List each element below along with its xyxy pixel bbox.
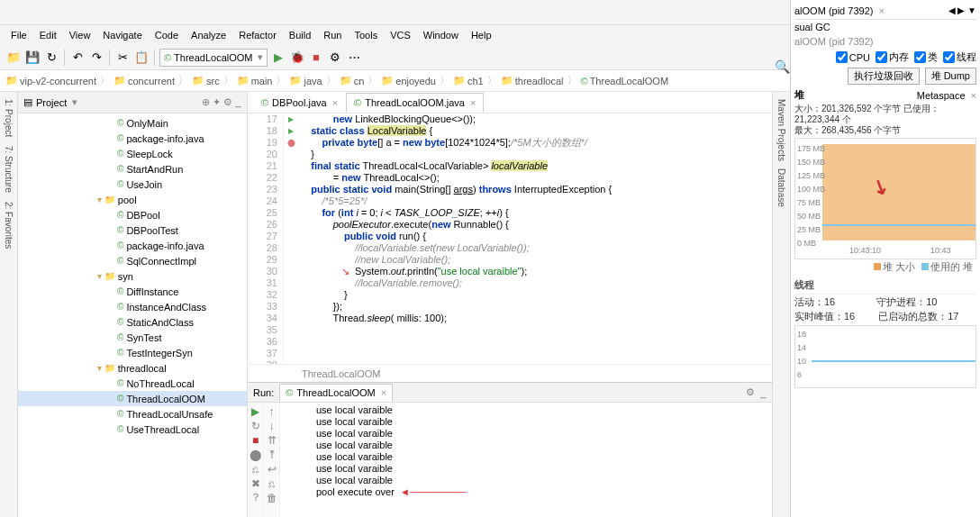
side-tab[interactable]: Database	[775, 165, 788, 211]
menu-build[interactable]: Build	[284, 28, 316, 42]
editor[interactable]: 1718192021222324252627282930313233343536…	[248, 113, 772, 364]
menu-help[interactable]: Help	[466, 28, 497, 42]
side-tab[interactable]: 7: Structure	[2, 142, 15, 196]
more-icon[interactable]: ⋯	[346, 50, 362, 66]
tree-item[interactable]: ©TestIntegerSyn	[18, 345, 247, 360]
stop-icon[interactable]: ■	[308, 50, 324, 66]
run-icon[interactable]: ▶	[270, 50, 286, 66]
right-toolwindow-bar: Maven ProjectsDatabase	[772, 92, 790, 517]
project-panel-header[interactable]: ▤Project▾ ⊕ ✦ ⚙ ⎯	[18, 92, 247, 113]
tree-item[interactable]: ©package-info.java	[18, 131, 247, 146]
tree-item[interactable]: ©DBPoolTest	[18, 222, 247, 238]
tree-item[interactable]: ©InstanceAndClass	[18, 299, 247, 314]
side-tab[interactable]: Maven Projects	[775, 95, 788, 165]
breadcrumb-item[interactable]: 📁main	[237, 75, 273, 86]
console-action-icon[interactable]: ↑	[265, 404, 278, 418]
tree-item[interactable]: ©SleepLock	[18, 146, 247, 161]
menu-edit[interactable]: Edit	[34, 28, 62, 42]
side-tab[interactable]: 1: Project	[2, 95, 15, 141]
breadcrumb-item[interactable]: ©ThreadLocalOOM	[581, 76, 669, 86]
tree-item[interactable]: ©ThreadLocalUnsafe	[18, 406, 247, 422]
run-action-icon[interactable]: ⬤	[249, 448, 262, 461]
menu-file[interactable]: File	[5, 28, 32, 42]
menu-analyze[interactable]: Analyze	[186, 28, 231, 42]
open-icon[interactable]: 📁	[5, 50, 22, 66]
menu-code[interactable]: Code	[150, 28, 184, 42]
gear-icon[interactable]: ⚙	[746, 386, 755, 398]
metaspace-label: Metaspace	[917, 90, 966, 101]
tree-item[interactable]: ©ThreadLocalOOM	[18, 391, 247, 406]
breadcrumb-item[interactable]: 📁src	[192, 75, 220, 86]
refresh-icon[interactable]: ↻	[43, 50, 59, 66]
tree-item[interactable]: ▾ 📁pool	[18, 192, 247, 207]
console-action-icon[interactable]: ⎌	[265, 476, 278, 490]
heap-header: 堆	[794, 88, 804, 102]
breadcrumb-item[interactable]: 📁cn	[340, 75, 365, 86]
menu-tools[interactable]: Tools	[349, 28, 383, 42]
editor-tab[interactable]: ©DBPool.java×	[253, 93, 346, 113]
editor-tabs: ©DBPool.java×©ThreadLocalOOM.java×	[248, 92, 772, 113]
menu-vcs[interactable]: VCS	[385, 28, 416, 42]
tree-item[interactable]: ▾ 📁threadlocal	[18, 360, 247, 376]
run-action-icon[interactable]: ↻	[249, 419, 262, 432]
run-action-icon[interactable]: ✖	[249, 476, 262, 490]
profile-icon[interactable]: ⚙	[327, 50, 343, 66]
tree-item[interactable]: ©package-info.java	[18, 238, 247, 253]
menubar: FileEditViewNavigateCodeAnalyzeRefactorB…	[0, 25, 790, 45]
undo-icon[interactable]: ↶	[69, 50, 86, 66]
run-action-icon[interactable]: ■	[249, 433, 262, 447]
run-label: Run:	[253, 387, 274, 398]
console-action-icon[interactable]: ↩	[265, 462, 278, 476]
editor-tab[interactable]: ©ThreadLocalOOM.java×	[346, 93, 484, 113]
tree-item[interactable]: ©DBPool	[18, 207, 247, 222]
profiler-subtitle: sual GC	[794, 20, 976, 34]
breadcrumb-item[interactable]: 📁threadlocal	[501, 75, 564, 86]
project-panel: ▤Project▾ ⊕ ✦ ⚙ ⎯ ©OnlyMain©package-info…	[18, 92, 248, 517]
run-action-icon[interactable]: ⎌	[249, 462, 262, 476]
redo-icon[interactable]: ↷	[88, 50, 104, 66]
breadcrumb-item[interactable]: 📁ch1	[453, 75, 484, 86]
tree-item[interactable]: ©SqlConnectImpl	[18, 253, 247, 268]
console-action-icon[interactable]: ↓	[265, 419, 278, 432]
search-icon[interactable]: 🔍	[775, 59, 973, 74]
breadcrumb-item[interactable]: 📁concurrent	[113, 75, 175, 86]
run-tab[interactable]: ©ThreadLocalOOM×	[279, 384, 393, 402]
console-output[interactable]: use local varaibleuse local varaibleuse …	[280, 403, 772, 517]
cut-icon[interactable]: ✂	[114, 50, 131, 66]
run-action-icon[interactable]: ▶	[249, 404, 262, 418]
tree-item[interactable]: ▾ 📁syn	[18, 268, 247, 284]
project-tree[interactable]: ©OnlyMain©package-info.java©SleepLock©St…	[18, 113, 247, 517]
console-action-icon[interactable]: ⤒	[265, 448, 278, 461]
run-config-select[interactable]: © ThreadLocalOOM ▾	[159, 49, 268, 67]
tree-item[interactable]: ©OnlyMain	[18, 115, 247, 131]
thread-header: 线程	[794, 277, 976, 295]
tree-item[interactable]: ©NoThreadLocal	[18, 376, 247, 391]
console-action-icon[interactable]: 🗑	[265, 491, 278, 504]
breadcrumb-item[interactable]: 📁java	[289, 75, 322, 86]
run-panel: Run: ©ThreadLocalOOM× ⚙ ⎯ ▶↻■⬤⎌✖？ ↑↓⇈⤒↩⎌…	[248, 382, 772, 517]
editor-status: ThreadLocalOOM	[248, 364, 772, 382]
toolbar: 📁 💾 ↻ ↶ ↷ ✂ 📋 © ThreadLocalOOM ▾ ▶ 🐞 ■ ⚙…	[0, 45, 790, 70]
menu-run[interactable]: Run	[318, 28, 347, 42]
tree-item[interactable]: ©StartAndRun	[18, 161, 247, 177]
breadcrumb-item[interactable]: 📁enjoyedu	[381, 75, 436, 86]
tree-item[interactable]: ©UseThreadLocal	[18, 422, 247, 437]
tree-item[interactable]: ©DiffInstance	[18, 284, 247, 299]
minimize-icon[interactable]: ⎯	[760, 387, 767, 398]
console-action-icon[interactable]: ⇈	[265, 433, 278, 447]
menu-window[interactable]: Window	[418, 28, 464, 42]
tree-item[interactable]: ©UseJoin	[18, 177, 247, 192]
side-tab[interactable]: 2: Favorites	[2, 198, 15, 252]
menu-refactor[interactable]: Refactor	[233, 28, 282, 42]
menu-view[interactable]: View	[64, 28, 96, 42]
tree-item[interactable]: ©StaticAndClass	[18, 314, 247, 330]
debug-icon[interactable]: 🐞	[289, 50, 305, 66]
breadcrumb-item[interactable]: 📁vip-v2-concurrent	[5, 75, 96, 86]
save-icon[interactable]: 💾	[24, 50, 41, 66]
run-action-icon[interactable]: ？	[249, 491, 262, 504]
tree-item[interactable]: ©SynTest	[18, 330, 247, 345]
copy-icon[interactable]: 📋	[133, 50, 150, 66]
run-config-label: ThreadLocalOOM	[174, 52, 252, 63]
profiler-tab[interactable]: alOOM (pid 7392)× ◀ ▶ ▼	[794, 2, 976, 20]
menu-navigate[interactable]: Navigate	[97, 28, 147, 42]
